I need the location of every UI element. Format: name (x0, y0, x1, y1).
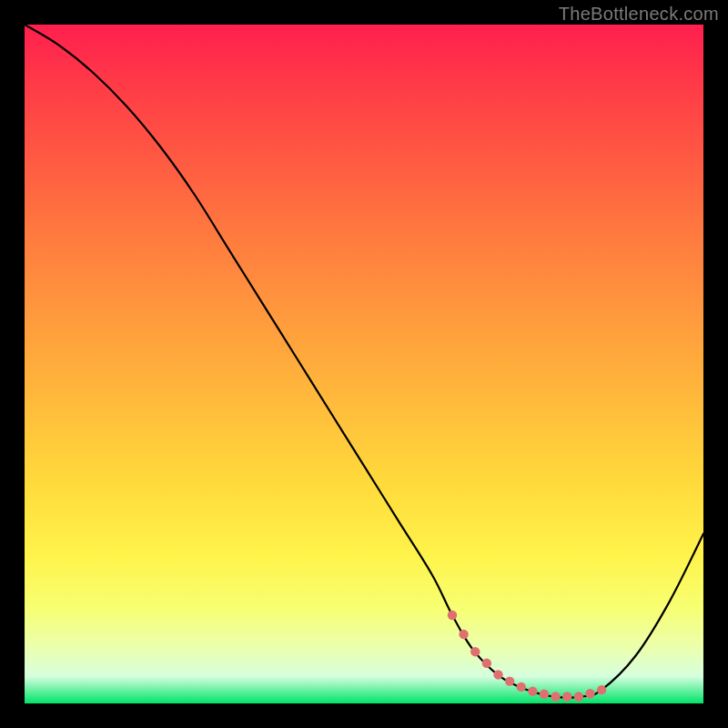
optimal-marker (482, 659, 491, 668)
optimal-marker (517, 682, 526, 692)
optimal-marker (562, 692, 571, 701)
optimal-marker (574, 692, 583, 701)
optimal-marker (493, 670, 502, 679)
optimal-marker (585, 689, 594, 698)
curve-layer (25, 25, 703, 703)
optimal-marker (505, 676, 514, 685)
optimal-marker (528, 686, 537, 695)
watermark-text: TheBottleneck.com (559, 4, 719, 25)
plot-area (25, 25, 703, 703)
optimal-marker (459, 630, 468, 639)
chart-stage: TheBottleneck.com (0, 0, 728, 728)
optimal-marker (551, 692, 560, 701)
optimal-marker (540, 690, 549, 699)
bottleneck-curve (25, 25, 703, 698)
optimal-marker (448, 611, 457, 620)
optimal-zone-markers (448, 611, 607, 702)
optimal-marker (597, 685, 606, 694)
optimal-marker (470, 647, 480, 656)
